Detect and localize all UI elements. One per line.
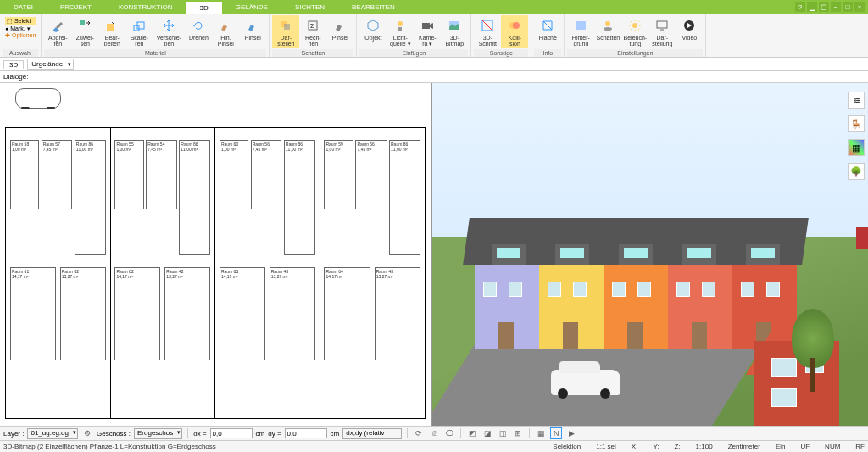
window-min-icon[interactable]: ▁ xyxy=(807,2,817,12)
video-button[interactable]: Video xyxy=(676,15,703,48)
scale-icon xyxy=(131,17,147,34)
floor-dropdown[interactable]: Erdgeschos xyxy=(134,428,182,439)
view-tab-3d[interactable]: 3D xyxy=(3,60,24,69)
pinsel-button[interactable]: Pinsel xyxy=(239,15,266,48)
shadow-settings-icon xyxy=(599,17,616,34)
status-rf: RF xyxy=(855,443,865,450)
kollision-button[interactable]: Kolli- sion xyxy=(501,15,528,48)
video-icon xyxy=(681,17,698,34)
dy-input[interactable] xyxy=(285,428,327,438)
refresh-icon[interactable]: ⟳ xyxy=(413,427,425,439)
abgreifen-button[interactable]: Abgrei- fen xyxy=(44,15,71,48)
camera-icon xyxy=(419,17,436,34)
nav-right-icon[interactable]: ▶ xyxy=(565,427,577,439)
schatten-settings-button[interactable]: Schatten xyxy=(594,15,621,48)
3d-schnitt-button[interactable]: 3D- Schnitt xyxy=(474,15,501,48)
lichtquelle-button[interactable]: Licht- quelle ▾ xyxy=(387,15,414,48)
background-icon xyxy=(572,17,589,34)
snap4-icon[interactable]: ⊞ xyxy=(512,427,524,439)
plants-tool[interactable]: 🌳 xyxy=(848,163,865,180)
bg-brush-icon xyxy=(217,17,234,34)
floorplan-view[interactable]: Raum 581,00 m² Raum 577,45 m² Raum 8611,… xyxy=(0,83,432,426)
shadow-brush-icon xyxy=(331,17,348,34)
bitmap-icon xyxy=(446,17,463,34)
dx-label: dx = xyxy=(193,430,206,438)
verschieben-button[interactable]: Verschie- ben xyxy=(153,15,185,48)
zuweisen-button[interactable]: Zuwei- sen xyxy=(71,15,98,48)
svg-rect-9 xyxy=(422,23,430,29)
layers-tool[interactable]: ≋ xyxy=(848,92,865,109)
ribbon-group-einfuegen: Objekt Licht- quelle ▾ Kame- ra ▾ 3D- Bi… xyxy=(357,14,471,57)
mark-toggle[interactable]: ● Mark. ▾ xyxy=(5,25,36,32)
schatten-darstellen-button[interactable]: Dar- stellen xyxy=(272,15,299,48)
3d-bitmap-button[interactable]: 3D- Bitmap xyxy=(441,15,468,48)
minimize-button[interactable]: − xyxy=(831,2,841,12)
rotate-icon xyxy=(190,17,207,34)
snap2-icon[interactable]: ◪ xyxy=(481,427,493,439)
layer-settings-icon[interactable]: ⚙ xyxy=(81,427,93,439)
flaeche-button[interactable]: Fläche xyxy=(534,15,561,42)
tab-datei[interactable]: DATEI xyxy=(0,0,47,14)
panel-handle[interactable] xyxy=(856,227,868,249)
tab-gelaende[interactable]: GELÄNDE xyxy=(222,0,281,14)
maximize-button[interactable]: □ xyxy=(843,2,853,12)
tab-3d[interactable]: 3D xyxy=(186,0,221,14)
status-ein: Ein xyxy=(776,443,786,450)
coord-mode-dropdown[interactable]: dx,dy (relativ ka xyxy=(342,428,402,439)
3d-view[interactable]: ≋ 🪑 ▦ 🌳 xyxy=(432,83,868,426)
schatten-rechnen-button[interactable]: ΣRech- nen xyxy=(299,15,326,48)
materials-tool[interactable]: ▦ xyxy=(848,139,865,156)
svg-rect-2 xyxy=(134,25,139,31)
darstellung-button[interactable]: Dar- stellung xyxy=(648,15,676,48)
snap1-icon[interactable]: ◩ xyxy=(466,427,478,439)
bottom-toolbar: Layer : 01_ug.eg.og ⚙ Geschoss : Erdgesc… xyxy=(0,426,868,440)
lighting-icon xyxy=(626,17,643,34)
monitor-icon[interactable]: 🖵 xyxy=(443,427,455,439)
hintergrund-pinsel-button[interactable]: Hin. Pinsel xyxy=(212,15,239,48)
schatten-pinsel-button[interactable]: Pinsel xyxy=(326,15,353,48)
ortho-icon[interactable]: N xyxy=(550,427,562,439)
optionen-button[interactable]: ✚ Optionen xyxy=(5,32,36,39)
light-icon xyxy=(392,17,409,34)
furniture-tool[interactable]: 🪑 xyxy=(848,115,865,132)
hintergrund-button[interactable]: Hinter- grund xyxy=(567,15,594,48)
tab-bearbeiten[interactable]: BEARBEITEN xyxy=(338,0,409,14)
tab-konstruktion[interactable]: KONSTRUKTION xyxy=(105,0,186,14)
svg-rect-0 xyxy=(80,20,85,25)
help-icon[interactable]: ? xyxy=(795,2,805,12)
ribbon: ⬚ Selekt ● Mark. ▾ ✚ Optionen Auswahl Ab… xyxy=(0,14,868,58)
area-icon xyxy=(539,17,556,34)
drehen-button[interactable]: Drehen xyxy=(185,15,212,48)
group-label-einfuegen: Einfügen xyxy=(359,49,468,57)
objekt-button[interactable]: Objekt xyxy=(359,15,387,48)
floor-label: Geschoss : xyxy=(97,430,131,438)
status-bar: 3D-Bitmap (2 Einzelflächen) Pflanze-1 L=… xyxy=(0,440,868,452)
car-plan-icon xyxy=(15,88,61,109)
snap3-icon[interactable]: ◫ xyxy=(497,427,509,439)
bearbeiten-button[interactable]: Bear- beiten xyxy=(98,15,125,48)
screen-icon[interactable]: ⎚ xyxy=(428,427,440,439)
ribbon-group-schatten: Dar- stellen ΣRech- nen Pinsel Schatten xyxy=(270,14,357,57)
close-button[interactable]: × xyxy=(854,2,865,12)
selekt-toggle[interactable]: ⬚ Selekt xyxy=(5,17,36,25)
svg-point-14 xyxy=(604,27,612,31)
grid-icon[interactable]: ▦ xyxy=(535,427,547,439)
layer-label: Layer : xyxy=(3,430,24,438)
status-scale-sel: 1:1 sel xyxy=(596,443,616,450)
ribbon-group-sonstige: 3D- Schnitt Kolli- sion Sonstige xyxy=(471,14,531,57)
status-uf: UF xyxy=(800,443,810,450)
group-label-schatten: Schatten xyxy=(272,49,353,57)
tab-sichten[interactable]: SICHTEN xyxy=(281,0,338,14)
kamera-button[interactable]: Kame- ra ▾ xyxy=(414,15,441,48)
display-icon xyxy=(654,17,670,34)
calculate-icon: Σ xyxy=(304,17,321,34)
svg-point-12 xyxy=(513,22,520,29)
dx-input[interactable] xyxy=(210,428,253,438)
tab-projekt[interactable]: PROJEKT xyxy=(47,0,105,14)
layer-dropdown[interactable]: 01_ug.eg.og xyxy=(27,428,78,439)
skalieren-button[interactable]: Skalie- ren xyxy=(125,15,153,48)
window-controls: ? ▁ ▢ − □ × xyxy=(795,2,868,12)
beleuchtung-button[interactable]: Beleuch- tung xyxy=(621,15,648,48)
window-max-icon[interactable]: ▢ xyxy=(819,2,829,12)
terrain-dropdown[interactable]: Urgelände xyxy=(27,59,74,70)
